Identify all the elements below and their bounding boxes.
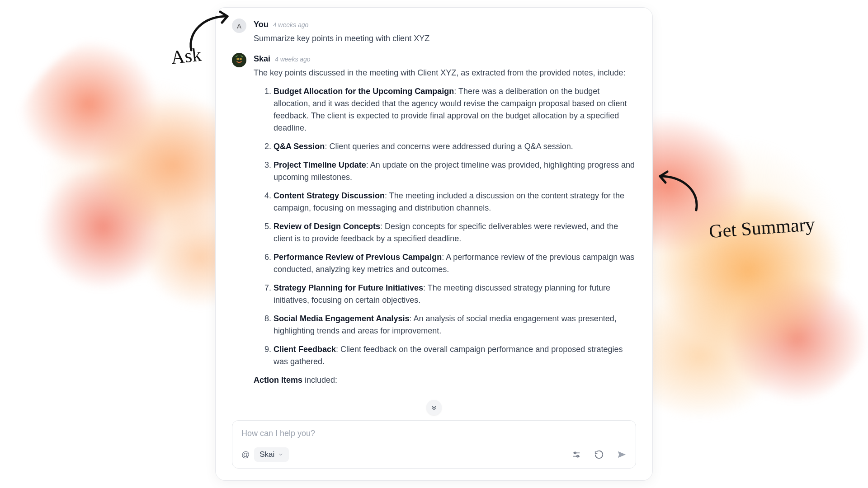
chat-card: A You 4 weeks ago Summarize key points i… <box>215 7 653 481</box>
list-item: Review of Design Concepts: Design concep… <box>274 221 636 245</box>
point-title: Client Feedback <box>274 345 336 354</box>
list-item: Content Strategy Discussion: The meeting… <box>274 190 636 214</box>
user-message-text: Summarize key points in meeting with cli… <box>254 33 636 45</box>
list-item: Social Media Engagement Analysis: An ana… <box>274 313 636 337</box>
point-title: Content Strategy Discussion <box>274 191 385 200</box>
message-input[interactable] <box>241 429 627 438</box>
annotation-get-summary: Get Summary <box>708 213 815 242</box>
message-bot: Skai 4 weeks ago The key points discusse… <box>232 53 636 386</box>
timestamp-user: 4 weeks ago <box>273 20 309 30</box>
point-title: Project Timeline Update <box>274 160 366 169</box>
point-title: Strategy Planning for Future Initiatives <box>274 283 423 292</box>
list-item: Client Feedback: Client feedback on the … <box>274 343 636 368</box>
annotation-ask: Ask <box>170 44 203 69</box>
sliders-icon <box>571 450 581 460</box>
action-items-line: Action Items included: <box>254 374 636 386</box>
point-title: Q&A Session <box>274 142 325 151</box>
refresh-ccw-icon <box>594 450 604 460</box>
bot-intro-text: The key points discussed in the meeting … <box>254 67 636 79</box>
chevrons-down-icon <box>430 404 438 411</box>
summary-list: Budget Allocation for the Upcoming Campa… <box>254 85 636 368</box>
author-bot: Skai <box>254 53 270 65</box>
mention-trigger[interactable]: @ <box>241 450 250 460</box>
model-name: Skai <box>259 450 274 459</box>
list-item: Project Timeline Update: An update on th… <box>274 159 636 183</box>
point-title: Performance Review of Previous Campaign <box>274 253 442 262</box>
composer: @ Skai <box>232 420 636 469</box>
timestamp-bot: 4 weeks ago <box>275 55 311 64</box>
chevron-down-icon <box>278 452 283 457</box>
bot-avatar-icon <box>233 54 245 66</box>
send-icon <box>617 450 627 460</box>
model-selector[interactable]: Skai <box>254 447 289 462</box>
message-user: A You 4 weeks ago Summarize key points i… <box>232 19 636 45</box>
avatar-user: A <box>232 19 246 33</box>
arrow-summary-icon <box>646 167 704 217</box>
svg-point-4 <box>240 59 241 60</box>
list-item: Performance Review of Previous Campaign:… <box>274 251 636 276</box>
reset-button[interactable] <box>594 450 604 460</box>
point-title: Social Media Engagement Analysis <box>274 314 409 323</box>
action-items-label: Action Items <box>254 375 302 385</box>
point-body: : Client queries and concerns were addre… <box>325 142 573 151</box>
send-button[interactable] <box>617 450 627 460</box>
message-thread: A You 4 weeks ago Summarize key points i… <box>216 8 652 420</box>
settings-sliders-button[interactable] <box>571 450 581 460</box>
avatar-bot <box>232 53 246 67</box>
list-item: Strategy Planning for Future Initiatives… <box>274 282 636 306</box>
svg-point-3 <box>237 59 238 60</box>
action-items-suffix: included: <box>302 375 337 385</box>
author-user: You <box>254 19 269 31</box>
list-item: Budget Allocation for the Upcoming Campa… <box>274 85 636 134</box>
point-title: Budget Allocation for the Upcoming Campa… <box>274 87 454 96</box>
point-title: Review of Design Concepts <box>274 222 380 231</box>
list-item: Q&A Session: Client queries and concerns… <box>274 141 636 153</box>
svg-point-0 <box>233 54 245 66</box>
scroll-down-button[interactable] <box>426 400 442 415</box>
